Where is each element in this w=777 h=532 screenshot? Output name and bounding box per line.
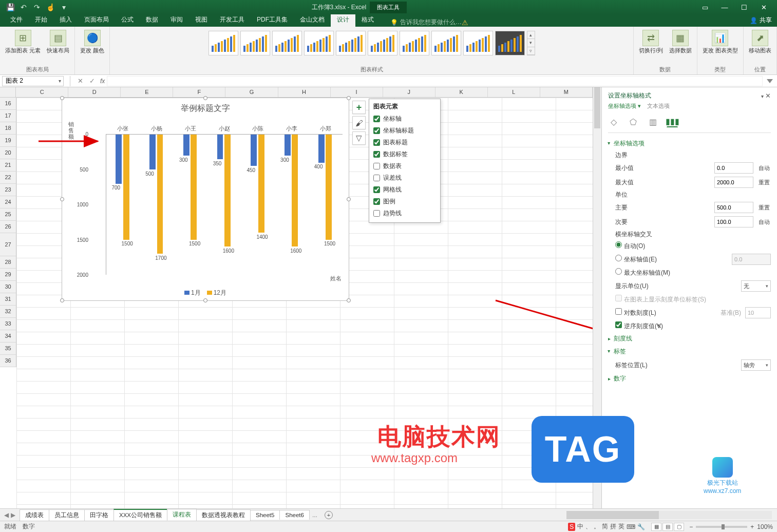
bar-group[interactable]: 3501600	[207, 135, 241, 275]
column-header[interactable]: E	[121, 87, 173, 97]
confirm-icon[interactable]: ✓	[86, 77, 98, 85]
bounds-min-input[interactable]	[714, 162, 753, 174]
cross-max-radio[interactable]: 最大坐标轴值(M)	[615, 268, 670, 277]
chart-style-thumb[interactable]	[463, 31, 493, 55]
fill-icon[interactable]: ◇	[608, 116, 619, 127]
chart-title[interactable]: 举例标题文字	[62, 98, 349, 116]
ime-logo-icon[interactable]: S	[568, 523, 575, 531]
column-header[interactable]: I	[331, 87, 383, 97]
chart-filter-button[interactable]: ▽	[352, 131, 366, 145]
bar-group[interactable]: 3001500	[174, 135, 207, 275]
ime-tools-icon[interactable]: 🔧	[637, 523, 645, 530]
sheet-tab[interactable]: 数据透视表教程	[196, 509, 251, 521]
row-header[interactable]: 24	[0, 196, 16, 208]
effects-icon[interactable]: ⬠	[628, 116, 639, 127]
section-axis-options[interactable]: 坐标轴选项	[608, 137, 771, 150]
resize-handle[interactable]	[203, 96, 207, 100]
bar-group[interactable]: 7001500	[106, 135, 140, 275]
chart-style-thumb[interactable]	[272, 31, 302, 55]
row-header[interactable]: 30	[0, 281, 16, 293]
tell-me-search[interactable]: 💡 告诉我您想要做什么…	[390, 18, 462, 27]
tab-review[interactable]: 审阅	[164, 13, 189, 27]
new-sheet-button[interactable]: +	[325, 511, 333, 519]
chart-element-checkbox[interactable]: 数据标签	[373, 148, 436, 160]
section-number[interactable]: 数字	[608, 372, 771, 385]
tab-format[interactable]: 格式	[355, 13, 380, 27]
sheet-nav-next[interactable]: ▶	[11, 511, 15, 519]
cross-value-input[interactable]	[732, 254, 771, 265]
cross-auto-radio[interactable]: 自动(O)	[615, 241, 645, 251]
sheet-nav-prev[interactable]: ◀	[4, 511, 9, 519]
section-labels[interactable]: 标签	[608, 345, 771, 358]
column-header[interactable]: M	[540, 87, 593, 97]
bar-group[interactable]: 4501400	[241, 135, 275, 275]
column-header[interactable]: K	[435, 87, 488, 97]
row-header[interactable]: 26	[0, 221, 16, 233]
row-header[interactable]: 27	[0, 233, 16, 256]
sheet-tab[interactable]: 成绩表	[20, 509, 49, 521]
chart-legend[interactable]: 1月 12月	[62, 289, 349, 297]
axis-title-y[interactable]: 销售额	[68, 121, 75, 140]
minimize-icon[interactable]: —	[715, 1, 734, 13]
column-header[interactable]: F	[173, 87, 225, 97]
panel-close-icon[interactable]: ✕	[765, 92, 771, 100]
gallery-scroll[interactable]: ▴▾▿	[527, 31, 535, 55]
chart-style-thumb[interactable]	[368, 31, 397, 55]
chart-elements-button[interactable]: +	[352, 101, 366, 114]
cross-value-radio[interactable]: 坐标轴值(E)	[615, 255, 657, 264]
unit-minor-input[interactable]	[714, 216, 753, 227]
resize-handle[interactable]	[347, 197, 351, 201]
log-scale-checkbox[interactable]: 对数刻度(L)	[615, 308, 656, 317]
formula-input[interactable]	[107, 76, 763, 86]
chart-style-thumb[interactable]	[431, 31, 461, 55]
resize-handle[interactable]	[60, 197, 64, 201]
move-chart-button[interactable]: ⬈ 移动图表	[747, 29, 773, 55]
column-header[interactable]: G	[225, 87, 278, 97]
chart-element-checkbox[interactable]: 网格线	[373, 184, 436, 196]
bounds-max-reset[interactable]: 重置	[757, 179, 771, 186]
fx-icon[interactable]: fx	[98, 78, 107, 85]
reverse-values-checkbox[interactable]: 逆序刻度值(V)	[615, 321, 663, 331]
bounds-max-input[interactable]	[714, 177, 753, 188]
undo-icon[interactable]: ↶	[17, 1, 30, 13]
ime-simplified-icon[interactable]: 简	[602, 522, 608, 531]
sheet-tab[interactable]: Sheet5	[250, 510, 280, 520]
sheet-area[interactable]: CDEFGHIJKLM 1617181920212223242526272829…	[0, 87, 593, 508]
switch-row-col-button[interactable]: ⇄ 切换行/列	[637, 29, 665, 55]
chart-style-thumb[interactable]	[400, 31, 429, 55]
horizontal-scrollbar[interactable]	[566, 511, 772, 519]
page-break-icon[interactable]: ▢	[674, 523, 684, 531]
resize-handle[interactable]	[60, 298, 64, 302]
zoom-value[interactable]: 100%	[757, 523, 773, 530]
chart-style-thumb[interactable]	[240, 31, 270, 55]
text-options-tab[interactable]: 文本选项	[647, 102, 670, 110]
ime-eng-icon[interactable]: 英	[618, 522, 624, 531]
row-header[interactable]: 23	[0, 184, 16, 196]
share-button[interactable]: 👤 共享	[745, 14, 777, 27]
tab-file[interactable]: 文件	[4, 13, 29, 27]
tab-pdf[interactable]: PDF工具集	[251, 13, 294, 27]
column-header[interactable]: J	[383, 87, 435, 97]
normal-view-icon[interactable]: ▦	[651, 523, 661, 531]
ime-pinyin-icon[interactable]: 拼	[610, 522, 616, 531]
save-icon[interactable]: 💾	[4, 1, 16, 13]
resize-handle[interactable]	[60, 96, 64, 100]
tab-home[interactable]: 开始	[29, 13, 53, 27]
axis-icon[interactable]: ▮▮▮	[667, 116, 678, 127]
column-header[interactable]: L	[488, 87, 540, 97]
sheet-tabs-ellipsis[interactable]: ...	[309, 511, 320, 519]
bar-group[interactable]: 5001700	[140, 135, 174, 275]
row-header[interactable]: 16	[0, 98, 16, 110]
change-colors-button[interactable]: 🔵 更改 颜色	[78, 29, 106, 55]
chart-style-thumb[interactable]	[209, 31, 238, 55]
redo-icon[interactable]: ↷	[31, 1, 43, 13]
chart-style-thumb[interactable]	[495, 31, 525, 55]
customize-qat-icon[interactable]: ▾	[58, 1, 70, 13]
chart-element-checkbox[interactable]: 趋势线	[373, 207, 436, 219]
column-header[interactable]: D	[68, 87, 121, 97]
zoom-knob[interactable]	[722, 524, 725, 529]
unit-major-reset[interactable]: 重置	[757, 204, 771, 212]
ime-lang[interactable]: 中	[577, 522, 583, 531]
column-header[interactable]: H	[278, 87, 331, 97]
row-header[interactable]: 29	[0, 269, 16, 281]
